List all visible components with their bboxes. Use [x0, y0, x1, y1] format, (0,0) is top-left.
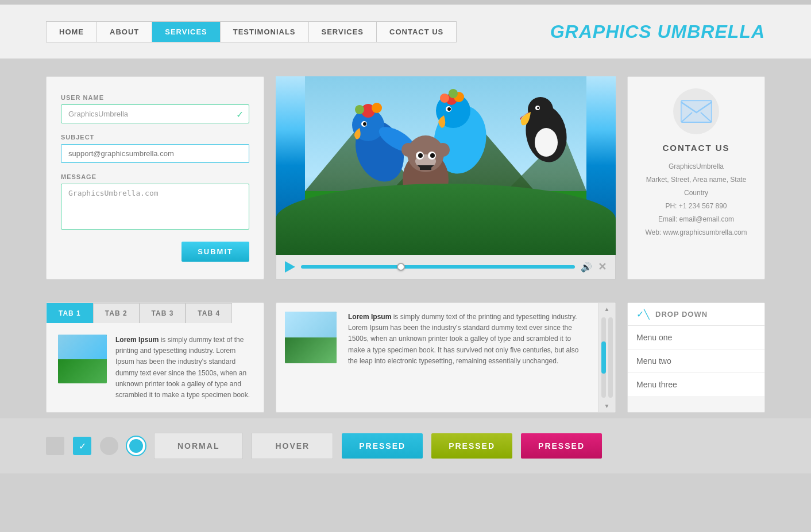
- close-button[interactable]: ✕: [598, 261, 607, 273]
- progress-handle[interactable]: [397, 263, 405, 271]
- contact-company: GraphicsUmbrella: [639, 161, 753, 172]
- message-group: MESSAGE GraphicsUmbrella.com: [61, 173, 249, 231]
- video-image: [276, 76, 616, 243]
- svg-point-8: [363, 122, 366, 126]
- svg-point-25: [535, 128, 558, 157]
- button-pressed-blue[interactable]: PRESSED: [342, 433, 423, 459]
- scroll-up-button[interactable]: ▲: [598, 303, 615, 315]
- tab-1[interactable]: TAB 1: [47, 303, 93, 323]
- tabs-content: Lorem Ipsum is simply dummy text of the …: [47, 323, 264, 412]
- dropdown-item-1[interactable]: Menu one: [628, 326, 764, 350]
- dropdown-item-2[interactable]: Menu two: [628, 350, 764, 373]
- svg-rect-29: [420, 165, 431, 170]
- scroll-track-right: [608, 317, 613, 398]
- radio-filled[interactable]: [127, 437, 145, 455]
- tab-image: [58, 335, 107, 383]
- checkbox-checked[interactable]: ✓: [73, 437, 91, 455]
- video-controls: 🔊 ✕: [276, 255, 616, 279]
- contact-title: CONTACT US: [639, 143, 753, 153]
- tab-text: Lorem Ipsum is simply dummy text of the …: [115, 335, 252, 401]
- mail-icon: [681, 100, 712, 123]
- subject-label: SUBJECT: [61, 134, 249, 141]
- contact-phone: PH: +1 234 567 890: [639, 201, 753, 211]
- message-textarea[interactable]: GraphicsUmbrella.com: [61, 184, 249, 230]
- svg-point-24: [537, 107, 539, 109]
- main-content: USER NAME ✓ SUBJECT MESSAGE GraphicsUmbr…: [0, 59, 811, 297]
- bottom-row: TAB 1 TAB 2 TAB 3 TAB 4 Lorem Ipsum is s…: [0, 297, 811, 418]
- svg-point-34: [401, 143, 415, 157]
- contact-form: USER NAME ✓ SUBJECT MESSAGE GraphicsUmbr…: [46, 76, 264, 279]
- nav-item-contact[interactable]: CONTACT US: [377, 22, 456, 42]
- scroll-thumb-track: [601, 317, 606, 398]
- nav-item-about[interactable]: ABOUT: [97, 22, 152, 42]
- tab-2[interactable]: TAB 2: [93, 303, 140, 323]
- check-icon: ✓: [236, 108, 244, 119]
- button-pressed-green[interactable]: PRESSED: [431, 433, 512, 459]
- svg-point-20: [449, 89, 458, 98]
- video-panel: 🔊 ✕: [276, 76, 616, 279]
- svg-rect-4: [305, 191, 586, 243]
- subject-input[interactable]: [61, 144, 249, 163]
- nav-item-services2[interactable]: SERVICES: [309, 22, 377, 42]
- svg-point-32: [418, 153, 423, 158]
- contact-email: Email: email@email.com: [639, 214, 753, 224]
- username-label: USER NAME: [61, 94, 249, 101]
- mail-icon-wrap: [673, 88, 719, 134]
- subject-group: SUBJECT: [61, 134, 249, 163]
- nav: HOME ABOUT SERVICES TESTIMONIALS SERVICE…: [46, 21, 457, 42]
- header: HOME ABOUT SERVICES TESTIMONIALS SERVICE…: [0, 5, 811, 59]
- radio-empty[interactable]: [100, 437, 118, 455]
- nav-item-home[interactable]: HOME: [47, 22, 97, 42]
- scroll-track[interactable]: [598, 315, 615, 400]
- text-panel: Lorem Ipsum is simply dummy text of the …: [276, 302, 616, 413]
- tabs-header: TAB 1 TAB 2 TAB 3 TAB 4: [47, 303, 264, 323]
- tab-3[interactable]: TAB 3: [140, 303, 186, 323]
- dropdown-check-icon: ✓╲: [636, 309, 650, 320]
- contact-panel: CONTACT US GraphicsUmbrella Market, Stre…: [627, 76, 765, 279]
- username-group: USER NAME ✓: [61, 94, 249, 123]
- nav-item-services[interactable]: SERVICES: [152, 22, 221, 42]
- brand-title: GRAPHICS UMBRELLA: [550, 21, 765, 42]
- text-image: [285, 312, 337, 363]
- text-panel-content: Lorem Ipsum is simply dummy text of the …: [276, 303, 598, 412]
- svg-point-35: [436, 143, 450, 157]
- scroll-down-button[interactable]: ▼: [598, 400, 615, 412]
- text-body: Lorem Ipsum is simply dummy text of the …: [345, 303, 598, 412]
- svg-point-22: [528, 97, 553, 122]
- button-normal[interactable]: NORMAL: [154, 433, 243, 459]
- message-label: MESSAGE: [61, 173, 249, 180]
- contact-country: Country: [639, 188, 753, 198]
- username-input[interactable]: [61, 104, 249, 123]
- button-hover[interactable]: HOVER: [252, 433, 333, 459]
- dropdown-item-3[interactable]: Menu three: [628, 373, 764, 396]
- svg-rect-37: [681, 100, 712, 122]
- tab-body-text: is simply dummy text of the printing and…: [115, 336, 250, 399]
- svg-point-16: [447, 107, 451, 111]
- progress-bar[interactable]: [301, 265, 575, 269]
- dropdown-header[interactable]: ✓╲ DROP DOWN: [628, 303, 764, 326]
- submit-button[interactable]: SUBMIT: [181, 242, 249, 262]
- tab-4[interactable]: TAB 4: [186, 303, 232, 323]
- checkbox-unchecked[interactable]: [46, 437, 64, 455]
- contact-address: Market, Street, Area name, State: [639, 174, 753, 185]
- svg-point-19: [440, 94, 449, 103]
- contact-info: GraphicsUmbrella Market, Street, Area na…: [639, 161, 753, 238]
- volume-icon[interactable]: 🔊: [581, 262, 592, 273]
- contact-web: Web: www.graphicsumbrella.com: [639, 227, 753, 238]
- buttons-row: ✓ NORMAL HOVER PRESSED PRESSED PRESSED: [0, 418, 811, 473]
- svg-point-11: [372, 103, 382, 113]
- svg-point-33: [430, 153, 435, 158]
- tabs-panel: TAB 1 TAB 2 TAB 3 TAB 4 Lorem Ipsum is s…: [46, 302, 264, 413]
- scroll-thumb: [601, 341, 606, 374]
- scroll-area: ▲ ▼: [598, 303, 615, 412]
- nav-item-testimonials[interactable]: TESTIMONIALS: [221, 22, 309, 42]
- dropdown-label: DROP DOWN: [655, 310, 708, 319]
- video-placeholder: [276, 76, 616, 255]
- play-button[interactable]: [285, 261, 295, 273]
- svg-point-12: [355, 105, 364, 114]
- dropdown-panel: ✓╲ DROP DOWN Menu one Menu two Menu thre…: [627, 302, 765, 413]
- button-pressed-pink[interactable]: PRESSED: [521, 433, 602, 459]
